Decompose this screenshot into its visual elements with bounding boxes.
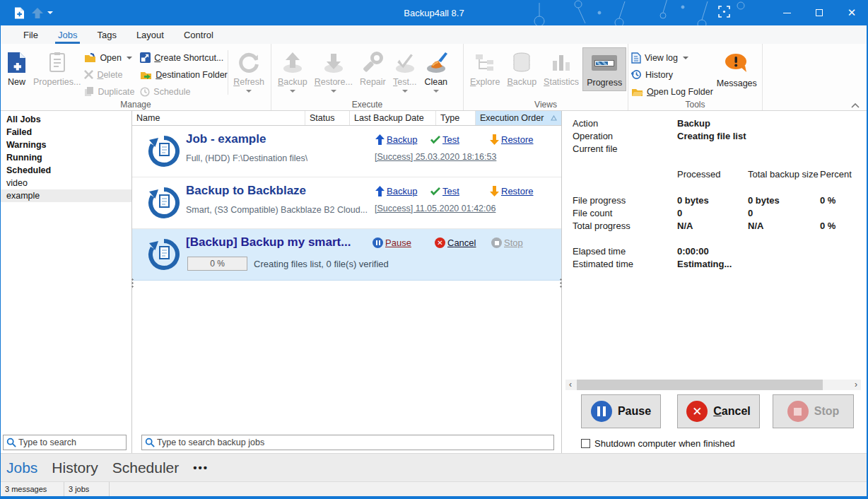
properties-button[interactable]: Properties...	[30, 47, 84, 90]
sidebar-item-example[interactable]: example	[1, 189, 131, 202]
job-name: Job - example	[186, 132, 266, 146]
job-progress-bar: 0 %	[187, 257, 247, 271]
create-shortcut-icon	[140, 52, 151, 63]
job-name: [Backup] Backup my smart...	[186, 235, 351, 250]
open-folder-icon	[84, 53, 96, 63]
more-tabs-icon[interactable]: •••	[193, 462, 209, 474]
column-percent: Percent	[820, 169, 852, 180]
sidebar-item-all-jobs[interactable]: All Jobs	[1, 113, 131, 126]
column-header-type[interactable]: Type	[436, 111, 476, 125]
maximize-button[interactable]	[803, 0, 835, 25]
cancel-link[interactable]: ✕ Cancel	[435, 237, 476, 248]
sidebar-search-input[interactable]	[18, 438, 132, 447]
refresh-button[interactable]: Refresh	[230, 47, 268, 95]
fullscreen-indicator-icon	[718, 6, 730, 18]
messages-button[interactable]: Messages	[713, 49, 761, 91]
explore-view-button[interactable]: Explore	[467, 47, 503, 90]
ribbon: New Properties... Open	[1, 44, 867, 111]
file-progress-label: File progress	[573, 195, 626, 206]
current-file-label: Current file	[573, 143, 618, 154]
duplicate-icon	[84, 86, 94, 97]
title-bar: Backup4all 8.7 ✕	[0, 0, 868, 25]
restore-link[interactable]: Restore	[490, 186, 534, 196]
clean-button[interactable]: Clean	[421, 47, 452, 95]
status-jobs[interactable]: 3 jobs	[64, 482, 110, 496]
pause-icon	[591, 401, 612, 422]
horizontal-scrollbar[interactable]: ‹ ›	[565, 380, 861, 390]
check-icon	[430, 187, 440, 196]
cancel-icon: ✕	[686, 401, 708, 422]
backup-button[interactable]: Backup	[274, 47, 311, 95]
repair-button[interactable]: Repair	[356, 47, 389, 90]
job-row-backblaze[interactable]: Backup to Backblaze Smart, (S3 Compatibl…	[132, 177, 561, 229]
cancel-button[interactable]: ✕ Cancel	[677, 394, 760, 428]
backup-view-button[interactable]: Backup	[503, 47, 540, 90]
window-border-bottom	[0, 496, 868, 499]
status-messages[interactable]: 3 messages	[1, 482, 64, 496]
stop-link[interactable]: Stop	[491, 237, 523, 248]
job-row-running[interactable]: [Backup] Backup my smart... Pause ✕ Canc…	[132, 229, 561, 281]
group-label-execute: Execute	[271, 100, 463, 110]
scroll-left-icon[interactable]: ‹	[565, 380, 575, 390]
schedule-icon	[140, 87, 150, 97]
create-shortcut-button[interactable]: Create Shortcut...	[140, 52, 226, 64]
sidebar-item-failed[interactable]: Failed	[1, 126, 131, 139]
scrollbar-thumb[interactable]	[577, 380, 823, 390]
stop-button[interactable]: Stop	[773, 394, 854, 428]
progress-panel: ActionBackup OperationCreating file list…	[563, 111, 867, 453]
scroll-right-icon[interactable]: ›	[851, 380, 861, 390]
column-header-name[interactable]: Name	[132, 111, 305, 125]
restore-button[interactable]: Restore...	[311, 47, 356, 95]
schedule-button[interactable]: Schedule	[140, 86, 226, 98]
file-progress-percent: 0 %	[820, 195, 835, 206]
operation-value: Creating file list	[677, 131, 746, 141]
shutdown-checkbox-row[interactable]: Shutdown computer when finished	[581, 438, 735, 449]
backup-link[interactable]: Backup	[375, 134, 417, 145]
statistics-view-button[interactable]: Statistics	[540, 47, 582, 90]
sidebar-item-warnings[interactable]: Warnings	[1, 139, 131, 151]
tab-tags[interactable]: Tags	[87, 25, 126, 44]
sidebar-item-running[interactable]: Running	[1, 151, 131, 164]
tab-control[interactable]: Control	[174, 25, 223, 44]
job-row-example[interactable]: Job - example Full, (HDD) F:\Destination…	[132, 126, 561, 177]
test-link[interactable]: Test	[430, 134, 459, 145]
destination-folder-button[interactable]: Destination Folder	[140, 69, 226, 81]
column-header-last-backup-date[interactable]: Last Backup Date	[350, 111, 436, 125]
tab-file[interactable]: File	[13, 25, 48, 44]
sort-asc-icon	[551, 115, 557, 121]
tab-jobs[interactable]: Jobs	[48, 25, 87, 44]
job-rotate-icon	[148, 238, 180, 271]
shutdown-checkbox[interactable]	[581, 439, 590, 448]
test-button[interactable]: Test...	[389, 47, 421, 95]
backup-link[interactable]: Backup	[375, 186, 417, 196]
new-button[interactable]: New	[4, 47, 30, 90]
column-header-status[interactable]: Status	[305, 111, 350, 125]
footer-tab-scheduler[interactable]: Scheduler	[112, 459, 180, 476]
sidebar-item-video[interactable]: video	[1, 177, 131, 189]
column-header-execution-order[interactable]: Execution Order	[476, 111, 561, 125]
close-button[interactable]: ✕	[835, 0, 868, 25]
history-button[interactable]: History	[631, 69, 713, 81]
delete-button[interactable]: Delete	[84, 69, 140, 81]
job-search-input[interactable]	[157, 438, 551, 447]
pause-button[interactable]: Pause	[581, 394, 661, 428]
last-backup-status-link[interactable]: [Success] 11.05.2020 01:42:06	[375, 204, 495, 213]
minimize-button[interactable]	[770, 0, 803, 25]
footer-tab-history[interactable]: History	[52, 459, 98, 476]
sidebar-item-scheduled[interactable]: Scheduled	[1, 164, 131, 177]
footer-tab-jobs[interactable]: Jobs	[6, 459, 37, 476]
ribbon-collapse-button[interactable]	[851, 103, 860, 108]
test-link[interactable]: Test	[430, 186, 459, 196]
open-log-folder-button[interactable]: Open Log Folder	[631, 86, 713, 98]
restore-link[interactable]: Restore	[490, 134, 534, 145]
splitter-handle[interactable]	[560, 278, 562, 289]
last-backup-status-link[interactable]: [Success] 25.03.2020 18:16:53	[375, 152, 496, 162]
view-log-button[interactable]: View log	[631, 52, 713, 64]
tab-layout[interactable]: Layout	[127, 25, 174, 44]
splitter-handle[interactable]	[131, 278, 134, 289]
duplicate-button[interactable]: Duplicate	[84, 86, 140, 98]
open-button[interactable]: Open	[84, 52, 140, 64]
ribbon-tab-bar: File Jobs Tags Layout Control	[1, 25, 867, 44]
progress-view-button[interactable]: Progress	[582, 47, 626, 91]
pause-link[interactable]: Pause	[373, 237, 411, 248]
